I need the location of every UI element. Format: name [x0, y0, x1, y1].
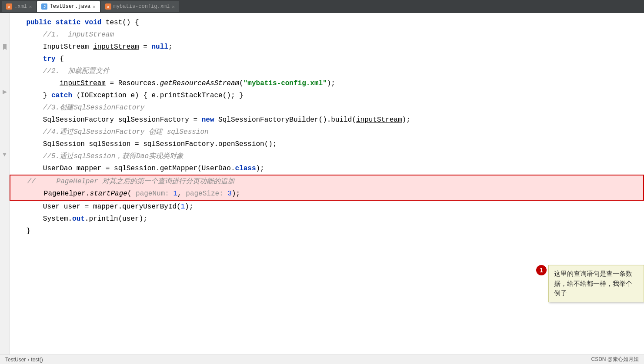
tooltip-container: 1 这里的查询语句是查一条数据，给不给都一样，我举个例子	[536, 265, 644, 302]
code-line-9: SqlSessionFactory sqlSessionFactory = ne…	[10, 114, 644, 126]
tab-mybatis[interactable]: x mybatis-config.xml ✕	[101, 1, 179, 12]
tab-java-label: TestUser.java	[50, 3, 90, 10]
code-line-18: }	[10, 225, 644, 237]
code-line-3: InputStream inputStream = null;	[10, 41, 644, 53]
code-line-17: System.out.println(user);	[10, 213, 644, 225]
svg-marker-0	[3, 90, 7, 94]
status-bar: TestUser › test() CSDN @素心如月妞	[0, 354, 644, 364]
left-gutter: ▼	[0, 13, 10, 364]
main-content: ▼ public static void test() { //1. input…	[0, 13, 644, 364]
tab-xml-close[interactable]: ✕	[29, 4, 32, 10]
tab-xml-label: .xml	[14, 3, 27, 10]
code-line-8: //3.创建SqlSessionFactory	[10, 102, 644, 114]
tooltip-badge: 1	[536, 265, 547, 275]
code-line-11: SqlSession sqlSession = sqlSessionFactor…	[10, 138, 644, 150]
code-line-2: //1. inputStream	[10, 29, 644, 41]
code-line-14-highlighted: // PageHelper 对其之后的第一个查询进行分页功能的追加	[10, 175, 644, 188]
tab-java[interactable]: J TestUser.java ✕	[37, 1, 100, 12]
code-line-10: //4.通过SqlSessionFactory 创建 sqlSession	[10, 126, 644, 138]
tooltip-text: 这里的查询语句是查一条数据，给不给都一样，我举个例子	[554, 270, 632, 297]
breadcrumb-separator: ›	[27, 357, 29, 363]
breadcrumb: TestUser › test()	[5, 357, 43, 363]
tab-bar: x .xml ✕ J TestUser.java ✕ x mybatis-con…	[0, 0, 644, 13]
code-line-15-highlighted: PageHelper.startPage( pageNum: 1, pageSi…	[10, 188, 644, 201]
code-line-16: User user = mapper.queryUserById(1);	[10, 201, 644, 213]
tab-xml[interactable]: x .xml ✕	[2, 1, 36, 12]
code-line-6: inputStream = Resources.getResourceAsStr…	[10, 77, 644, 89]
code-line-12: //5.通过sqlSession，获得Dao实现类对象	[10, 150, 644, 162]
code-line-5: //2. 加载配置文件	[10, 65, 644, 77]
tab-mybatis-close[interactable]: ✕	[172, 4, 175, 10]
code-line-1: public static void test() {	[10, 17, 644, 29]
code-area[interactable]: public static void test() { //1. inputSt…	[10, 13, 644, 364]
gutter-icon-run	[1, 89, 8, 96]
xml-icon: x	[6, 3, 12, 10]
tab-mybatis-label: mybatis-config.xml	[113, 3, 170, 10]
code-line-13: UserDao mapper = sqlSession.getMapper(Us…	[10, 162, 644, 175]
code-line-7: } catch (IOException e) { e.printStackTr…	[10, 89, 644, 102]
java-icon: J	[41, 3, 47, 10]
mybatis-icon: x	[105, 3, 111, 10]
breadcrumb-class: TestUser	[5, 357, 26, 363]
branding: CSDN @素心如月妞	[591, 356, 639, 363]
breadcrumb-method: test()	[31, 357, 43, 363]
tab-java-close[interactable]: ✕	[93, 4, 96, 10]
code-line-4: try {	[10, 53, 644, 65]
gutter-icon-bookmark	[1, 43, 8, 50]
gutter-icon-arrow-down: ▼	[1, 151, 8, 158]
tooltip-box: 这里的查询语句是查一条数据，给不给都一样，我举个例子	[548, 265, 644, 302]
